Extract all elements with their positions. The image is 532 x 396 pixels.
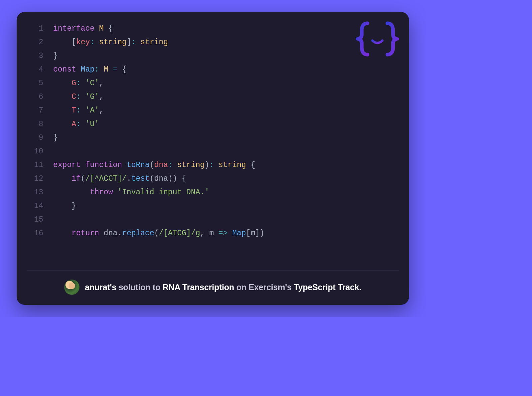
code-content: C: 'G', [53, 90, 399, 104]
token-var: A [71, 120, 76, 128]
line-number: 2 [27, 36, 43, 49]
token-type: string [99, 38, 127, 47]
line-number: 8 [27, 117, 43, 131]
token-plain [81, 93, 85, 101]
exercism-logo-icon [356, 21, 399, 57]
token-str: 'Invalid input DNA.' [117, 188, 209, 197]
token-punct: . [127, 174, 131, 183]
line-number: 14 [27, 199, 43, 213]
token-plain [94, 24, 99, 33]
code-line: 5 G: 'C', [27, 77, 399, 90]
line-number: 11 [27, 158, 43, 172]
token-type: string [218, 161, 246, 169]
token-plain [99, 65, 104, 74]
code-content: interface M { [53, 22, 399, 36]
code-line: 10 [27, 145, 399, 158]
token-plain [53, 120, 71, 128]
token-plain [104, 24, 108, 33]
token-plain [108, 65, 113, 74]
token-punct: ) [205, 161, 209, 169]
token-punct: { [182, 174, 187, 183]
line-number: 16 [27, 227, 43, 240]
token-plain [81, 79, 85, 88]
code-line: 4const Map: M = { [27, 63, 399, 77]
token-plain [228, 229, 232, 238]
token-type: M [104, 65, 108, 74]
token-punct: ] [127, 38, 131, 47]
token-plain [53, 38, 71, 47]
code-line: 6 C: 'G', [27, 90, 399, 104]
code-content: } [53, 49, 399, 63]
token-op: = [113, 65, 118, 74]
token-plain [53, 229, 71, 238]
line-number: 3 [27, 49, 43, 63]
line-number: 9 [27, 131, 43, 145]
code-content: } [53, 131, 399, 145]
line-number: 13 [27, 186, 43, 199]
token-punct: , [200, 229, 205, 238]
code-line: 1interface M { [27, 22, 399, 36]
token-punct: ( [154, 229, 159, 238]
code-content: T: 'A', [53, 104, 399, 117]
token-plain [81, 161, 85, 169]
token-op: : [76, 106, 81, 115]
code-content: } [53, 199, 399, 213]
caption-solution: solution to [116, 283, 163, 292]
code-content: const Map: M = { [53, 63, 399, 77]
caption-track: TypeScript Track. [294, 283, 361, 292]
code-line: 3} [27, 49, 399, 63]
token-kw: throw [90, 188, 113, 197]
token-op: => [218, 229, 228, 238]
token-fn: test [131, 174, 150, 183]
token-plain [53, 106, 71, 115]
token-punct: { [251, 161, 255, 169]
token-plain [136, 38, 141, 47]
token-punct: [ [71, 38, 76, 47]
token-punct: [ [246, 229, 251, 238]
footer: anurat's solution to RNA Transcription o… [17, 271, 409, 305]
token-plain [76, 65, 81, 74]
token-op: : [76, 79, 81, 88]
code-card: 1interface M {2 [key: string]: string3}4… [17, 12, 409, 305]
token-op: : [168, 161, 173, 169]
code-line: 2 [key: string]: string [27, 36, 399, 49]
token-punct: } [71, 202, 76, 210]
token-plain [53, 93, 71, 101]
token-str: /[ATCG]/g [159, 229, 200, 238]
token-punct: } [53, 52, 58, 60]
code-line: 13 throw 'Invalid input DNA.' [27, 186, 399, 199]
line-number: 10 [27, 145, 43, 158]
code-content: if(/[^ACGT]/.test(dna)) { [53, 172, 399, 186]
token-var: key [76, 38, 90, 47]
caption-on: on Exercism's [234, 283, 294, 292]
token-plain [246, 161, 251, 169]
code-line: 12 if(/[^ACGT]/.test(dna)) { [27, 172, 399, 186]
token-plain [177, 174, 182, 183]
avatar [64, 280, 79, 295]
token-op: : [76, 93, 81, 101]
line-number: 6 [27, 90, 43, 104]
token-op: : [209, 161, 214, 169]
token-punct: } [53, 133, 58, 142]
token-str: 'G' [85, 93, 99, 101]
code-content: export function toRna(dna: string): stri… [53, 158, 399, 172]
line-number: 5 [27, 77, 43, 90]
line-number: 15 [27, 213, 43, 227]
token-plain: m [205, 229, 218, 238]
code-content: [key: string]: string [53, 36, 399, 49]
token-punct: , [99, 93, 104, 101]
token-kw: interface [53, 24, 94, 33]
code-line: 14 } [27, 199, 399, 213]
token-op: : [90, 38, 94, 47]
token-plain [53, 202, 71, 210]
token-fn: toRna [127, 161, 150, 169]
code-content: G: 'C', [53, 77, 399, 90]
token-punct: , [99, 79, 104, 88]
token-plain [81, 120, 85, 128]
token-plain: dna [104, 229, 117, 238]
token-punct: { [122, 65, 127, 74]
code-line: 9} [27, 131, 399, 145]
token-str: /[^ACGT]/ [85, 174, 127, 183]
token-punct: ( [150, 161, 154, 169]
token-str: 'A' [85, 106, 99, 115]
